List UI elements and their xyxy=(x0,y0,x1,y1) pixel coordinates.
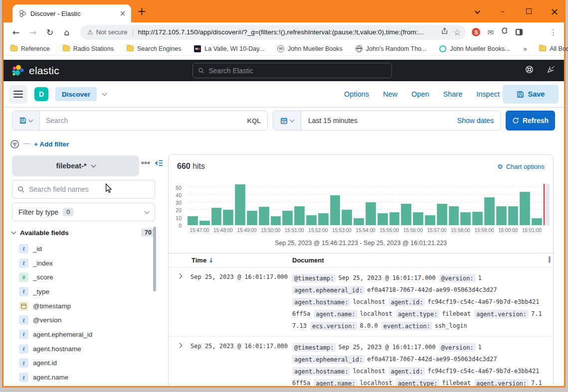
histogram-bar[interactable] xyxy=(271,216,281,225)
histogram-bar[interactable] xyxy=(294,206,305,225)
save-button[interactable]: Save xyxy=(503,85,559,104)
kql-language-button[interactable]: KQL xyxy=(241,111,267,130)
histogram-bar[interactable] xyxy=(378,213,388,225)
elastic-search-box[interactable] xyxy=(192,63,392,78)
doc-field-name[interactable]: agent.version: xyxy=(474,310,529,318)
refresh-button[interactable]: Refresh xyxy=(506,111,555,131)
table-scrollbar[interactable] xyxy=(549,256,551,263)
appbar-link-new[interactable]: New xyxy=(383,90,397,98)
histogram-bar[interactable] xyxy=(496,206,507,225)
collapse-sidebar-icon[interactable] xyxy=(155,159,163,169)
field-item[interactable]: tagent.id xyxy=(12,356,152,371)
doc-field-name[interactable]: agent.name: xyxy=(314,379,357,387)
field-item[interactable]: t_index xyxy=(12,256,152,270)
field-item[interactable]: tagent.hostname xyxy=(12,342,152,356)
histogram-bar[interactable] xyxy=(449,206,459,225)
date-quick-menu-button[interactable] xyxy=(273,111,301,130)
share-icon[interactable] xyxy=(441,27,448,37)
doc-field-name[interactable]: agent.version: xyxy=(474,379,529,387)
doc-field-name[interactable]: agent.ephemeral_id: xyxy=(292,355,365,364)
histogram-bar[interactable] xyxy=(484,197,495,226)
mail-extension-icon[interactable]: ✉ xyxy=(487,28,494,37)
field-item[interactable]: t_type xyxy=(12,284,152,299)
histogram-bar[interactable] xyxy=(188,216,198,225)
minimize-button[interactable]: – xyxy=(497,7,508,16)
filter-by-type-select[interactable]: Filter by type 0 xyxy=(12,203,155,221)
show-dates-button[interactable]: Show dates xyxy=(457,117,501,125)
appbar-link-options[interactable]: Options xyxy=(344,90,369,98)
appbar-link-inspect[interactable]: Inspect xyxy=(476,90,500,98)
sidebar-scrollbar[interactable] xyxy=(153,227,156,291)
histogram-bar[interactable] xyxy=(282,211,293,225)
bookmark-item[interactable]: John's Random Tho... xyxy=(356,45,427,52)
doc-field-name[interactable]: agent.id: xyxy=(388,367,425,376)
add-filter-button[interactable]: + Add filter xyxy=(34,140,69,148)
help-icon[interactable] xyxy=(525,65,534,76)
appbar-link-share[interactable]: Share xyxy=(443,90,463,98)
doc-field-name[interactable]: agent.type: xyxy=(396,310,439,318)
field-item[interactable]: t@version xyxy=(12,313,152,327)
grammarly-extension-icon[interactable]: S xyxy=(472,28,480,36)
time-range-value[interactable]: Last 15 minutes xyxy=(301,117,457,125)
bookmark-item[interactable]: Radio Stations xyxy=(63,45,114,52)
bookmark-star-icon[interactable]: ☆ xyxy=(453,27,461,37)
breadcrumb[interactable]: Discover xyxy=(55,87,97,101)
saved-query-menu-button[interactable] xyxy=(12,111,40,130)
doc-field-name[interactable]: agent.type: xyxy=(396,379,439,387)
bookmark-item[interactable]: wuLa Valle, WI 10-Day... xyxy=(194,45,264,52)
doc-field-name[interactable]: @timestamp: xyxy=(292,274,336,282)
bookmark-item[interactable]: Reference xyxy=(10,45,50,52)
histogram-bar[interactable] xyxy=(211,208,222,225)
histogram-bar[interactable] xyxy=(425,215,435,225)
histogram-bar[interactable] xyxy=(401,204,411,225)
index-pattern-select[interactable]: filebeat-* xyxy=(12,155,139,176)
histogram-bar[interactable] xyxy=(437,204,447,225)
index-options-icon[interactable] xyxy=(142,162,150,164)
histogram-bar[interactable] xyxy=(247,211,257,225)
chart-options-button[interactable]: ⚙ Chart options xyxy=(497,163,545,170)
browser-menu-icon[interactable]: ⋮ xyxy=(550,28,557,37)
reload-icon[interactable]: ↻ xyxy=(42,25,57,40)
newsfeed-icon[interactable] xyxy=(547,65,555,76)
doc-field-name[interactable]: agent.hostname: xyxy=(292,298,350,306)
chevron-down-icon[interactable] xyxy=(102,91,107,96)
histogram-bar[interactable] xyxy=(413,212,423,225)
histogram-bar[interactable] xyxy=(532,218,542,225)
tab-search-icon[interactable] xyxy=(471,7,482,15)
histogram-bar[interactable] xyxy=(330,195,341,225)
expand-row-button[interactable] xyxy=(169,341,190,386)
field-item[interactable]: tagent.name xyxy=(12,370,152,385)
histogram-bar[interactable] xyxy=(460,212,471,225)
histogram-bar[interactable] xyxy=(389,212,400,225)
puzzle-extensions-icon[interactable] xyxy=(501,27,509,37)
elastic-logo[interactable]: elastic xyxy=(11,64,59,77)
doc-field-name[interactable]: agent.id: xyxy=(388,298,425,306)
doc-field-name[interactable]: event.action: xyxy=(381,322,432,330)
security-label[interactable]: Not secure xyxy=(96,28,128,36)
side-panel-icon[interactable] xyxy=(516,29,523,35)
histogram-bar[interactable] xyxy=(199,221,210,225)
doc-field-name[interactable]: agent.ephemeral_id: xyxy=(292,286,365,294)
available-fields-header[interactable]: Available fields 70 xyxy=(12,227,155,239)
doc-field-name[interactable]: agent.name: xyxy=(314,310,357,318)
histogram-plot[interactable] xyxy=(188,184,550,226)
doc-field-name[interactable]: @version: xyxy=(439,274,476,282)
space-badge[interactable]: D xyxy=(34,87,48,101)
field-item[interactable]: tagent.ephemeral_id xyxy=(12,327,152,342)
home-icon[interactable]: ⌂ xyxy=(59,25,74,40)
field-search-input[interactable] xyxy=(29,185,150,193)
field-item[interactable]: t_id xyxy=(12,242,152,256)
histogram-bar[interactable] xyxy=(508,206,519,225)
doc-field-name[interactable]: @timestamp: xyxy=(292,343,336,352)
histogram-bar[interactable] xyxy=(306,215,317,225)
histogram-bar[interactable] xyxy=(259,207,269,225)
field-item[interactable]: @timestamp xyxy=(12,299,152,313)
url-text[interactable]: http://172.105.7.150/app/discover#/?_g=(… xyxy=(138,28,436,36)
kql-search-input[interactable] xyxy=(40,111,241,130)
doc-field-name[interactable]: ecs.version: xyxy=(310,322,358,330)
bookmark-item[interactable]: John Mueller Books... xyxy=(439,45,510,52)
back-icon[interactable]: ← xyxy=(8,25,23,40)
column-time[interactable]: Time↓ xyxy=(191,257,292,264)
histogram-bar[interactable] xyxy=(366,202,376,225)
bookmark-item[interactable]: Search Engines xyxy=(127,45,181,52)
